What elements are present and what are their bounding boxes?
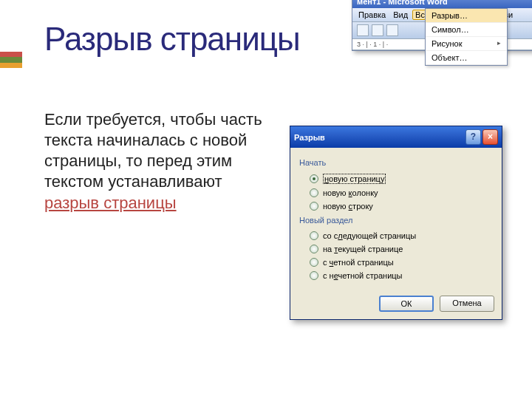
radio-icon <box>310 174 318 183</box>
insert-dropdown-menu: Разрыв… Символ… Рисунок Объект… <box>425 8 508 66</box>
radio-new-line[interactable]: новую строку <box>310 200 493 213</box>
radio-label: новую страницу <box>323 174 386 184</box>
body-text: Если требуется, чтобы часть текста начин… <box>44 110 262 191</box>
radio-new-column[interactable]: новую колонку <box>310 186 493 200</box>
help-button[interactable]: ? <box>466 129 481 145</box>
radio-label: новую колонку <box>323 188 378 197</box>
radio-label: на текущей странице <box>323 245 403 253</box>
radio-odd-page[interactable]: с нечетной страницы <box>310 269 493 282</box>
slide-accent-squares <box>0 52 22 68</box>
toolbar-icon[interactable] <box>357 24 369 36</box>
cancel-button[interactable]: Отмена <box>440 296 494 312</box>
menu-item-symbol[interactable]: Символ… <box>426 23 507 37</box>
dialog-title: Разрыв <box>294 133 464 142</box>
toolbar-icon[interactable] <box>386 24 398 36</box>
toolbar-icon[interactable] <box>372 24 383 36</box>
slide-body-text: Если требуется, чтобы часть текста начин… <box>44 109 266 214</box>
radio-label: со следующей страницы <box>323 231 416 240</box>
section-label-begin: Начать <box>299 158 493 167</box>
radio-even-page[interactable]: с четной страницы <box>310 256 493 269</box>
radio-icon <box>310 258 318 267</box>
menu-item-object[interactable]: Объект… <box>426 51 507 65</box>
radio-icon <box>310 271 318 280</box>
break-dialog: Разрыв ? × Начать новую страницу новую к… <box>290 126 502 320</box>
word-window-title: мент1 - Microsoft Word <box>352 0 532 8</box>
radio-new-page[interactable]: новую страницу <box>310 171 493 186</box>
word-screenshot: мент1 - Microsoft Word Правка Вид Вставк… <box>352 0 532 51</box>
radio-icon <box>310 202 318 211</box>
menu-view[interactable]: Вид <box>390 10 411 20</box>
ok-button[interactable]: ОК <box>379 296 434 312</box>
radio-label: новую строку <box>323 202 373 211</box>
radio-current-page[interactable]: на текущей странице <box>310 242 493 256</box>
dialog-titlebar: Разрыв ? × <box>290 126 502 148</box>
radio-label: с нечетной страницы <box>323 271 403 280</box>
menu-edit[interactable]: Правка <box>355 10 389 20</box>
slide-title: Разрыв страницы <box>44 21 300 58</box>
menu-item-picture[interactable]: Рисунок <box>426 37 507 51</box>
section-label-newsection: Новый раздел <box>299 216 493 225</box>
close-button[interactable]: × <box>482 129 498 145</box>
radio-label: с четной страницы <box>323 258 394 267</box>
body-text-highlight: разрыв страницы <box>44 194 177 212</box>
radio-icon <box>310 188 318 197</box>
menu-item-break[interactable]: Разрыв… <box>426 9 507 23</box>
ruler-text: 3 · | · 1 · | · <box>357 41 388 48</box>
radio-icon <box>310 245 318 253</box>
radio-from-next-page[interactable]: со следующей страницы <box>310 229 493 242</box>
radio-icon <box>310 231 318 240</box>
